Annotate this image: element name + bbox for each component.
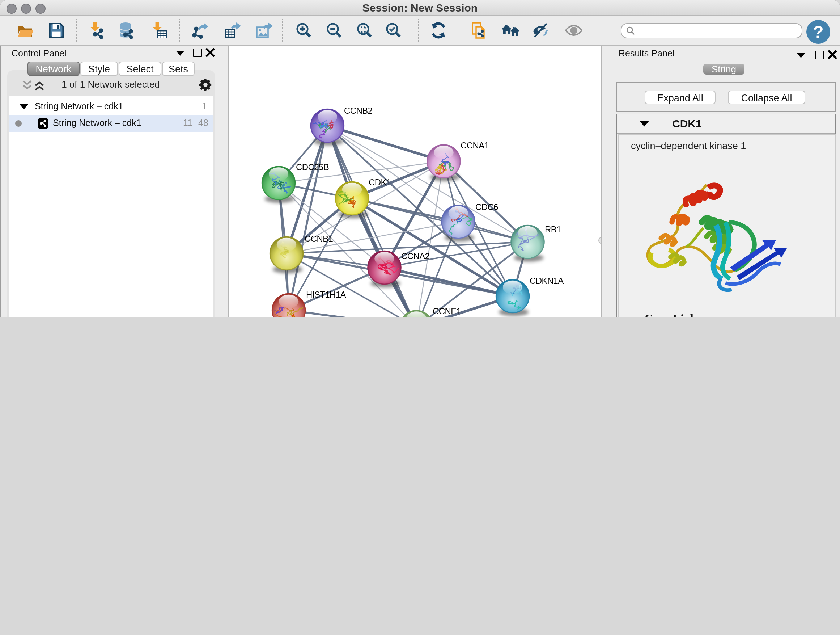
svg-text:?: ?	[813, 22, 823, 41]
